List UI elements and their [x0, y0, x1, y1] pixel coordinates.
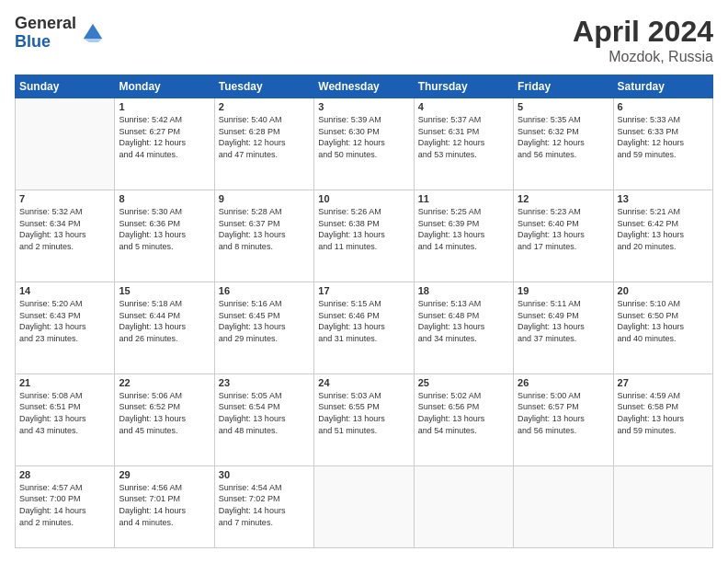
day-number: 21 [19, 377, 110, 388]
calendar-cell: 17Sunrise: 5:15 AM Sunset: 6:46 PM Dayli… [314, 282, 414, 373]
title-block: April 2024 Mozdok, Russia [573, 15, 713, 65]
calendar-cell: 19Sunrise: 5:11 AM Sunset: 6:49 PM Dayli… [514, 282, 613, 373]
calendar-cell: 3Sunrise: 5:39 AM Sunset: 6:30 PM Daylig… [314, 98, 414, 190]
cell-info: Sunrise: 5:15 AM Sunset: 6:46 PM Dayligh… [318, 298, 409, 344]
cell-info: Sunrise: 5:06 AM Sunset: 6:52 PM Dayligh… [119, 390, 210, 436]
calendar-cell: 1Sunrise: 5:42 AM Sunset: 6:27 PM Daylig… [115, 98, 214, 190]
day-number: 2 [219, 101, 310, 112]
day-number: 13 [618, 193, 709, 204]
calendar-cell: 10Sunrise: 5:26 AM Sunset: 6:38 PM Dayli… [314, 190, 414, 282]
cell-info: Sunrise: 5:03 AM Sunset: 6:55 PM Dayligh… [318, 390, 409, 436]
cell-info: Sunrise: 5:18 AM Sunset: 6:44 PM Dayligh… [119, 298, 210, 344]
cell-info: Sunrise: 5:13 AM Sunset: 6:48 PM Dayligh… [418, 298, 509, 344]
cell-info: Sunrise: 5:16 AM Sunset: 6:45 PM Dayligh… [219, 298, 310, 344]
cell-info: Sunrise: 5:35 AM Sunset: 6:32 PM Dayligh… [518, 114, 609, 160]
calendar-cell: 8Sunrise: 5:30 AM Sunset: 6:36 PM Daylig… [115, 190, 214, 282]
day-number: 12 [518, 193, 609, 204]
calendar-cell: 23Sunrise: 5:05 AM Sunset: 6:54 PM Dayli… [214, 373, 313, 465]
calendar-row: 7Sunrise: 5:32 AM Sunset: 6:34 PM Daylig… [16, 190, 713, 282]
day-number: 22 [119, 377, 210, 388]
cell-info: Sunrise: 5:20 AM Sunset: 6:43 PM Dayligh… [19, 298, 110, 344]
calendar-cell: 16Sunrise: 5:16 AM Sunset: 6:45 PM Dayli… [214, 282, 313, 373]
cell-info: Sunrise: 5:23 AM Sunset: 6:40 PM Dayligh… [518, 206, 609, 252]
calendar-body: 1Sunrise: 5:42 AM Sunset: 6:27 PM Daylig… [16, 98, 713, 548]
weekday-header: Friday [514, 75, 613, 98]
calendar-cell: 28Sunrise: 4:57 AM Sunset: 7:00 PM Dayli… [16, 465, 115, 547]
day-number: 20 [618, 285, 709, 296]
day-number: 23 [219, 377, 310, 388]
day-number: 19 [518, 285, 609, 296]
day-number: 14 [19, 285, 110, 296]
day-number: 3 [318, 101, 409, 112]
calendar-header: SundayMondayTuesdayWednesdayThursdayFrid… [16, 75, 713, 98]
cell-info: Sunrise: 5:02 AM Sunset: 6:56 PM Dayligh… [418, 390, 509, 436]
cell-info: Sunrise: 5:40 AM Sunset: 6:28 PM Dayligh… [219, 114, 310, 160]
cell-info: Sunrise: 5:05 AM Sunset: 6:54 PM Dayligh… [219, 390, 310, 436]
logo-blue: Blue [15, 33, 76, 52]
weekday-header: Wednesday [314, 75, 414, 98]
cell-info: Sunrise: 5:21 AM Sunset: 6:42 PM Dayligh… [618, 206, 709, 252]
weekday-header: Tuesday [214, 75, 313, 98]
calendar-row: 21Sunrise: 5:08 AM Sunset: 6:51 PM Dayli… [16, 373, 713, 465]
calendar-cell: 14Sunrise: 5:20 AM Sunset: 6:43 PM Dayli… [16, 282, 115, 373]
day-number: 5 [518, 101, 609, 112]
calendar-cell [514, 465, 613, 547]
cell-info: Sunrise: 5:10 AM Sunset: 6:50 PM Dayligh… [618, 298, 709, 344]
header: General Blue April 2024 Mozdok, Russia [15, 15, 713, 65]
cell-info: Sunrise: 5:11 AM Sunset: 6:49 PM Dayligh… [518, 298, 609, 344]
calendar-cell: 21Sunrise: 5:08 AM Sunset: 6:51 PM Dayli… [16, 373, 115, 465]
calendar-cell: 29Sunrise: 4:56 AM Sunset: 7:01 PM Dayli… [115, 465, 214, 547]
calendar-cell: 5Sunrise: 5:35 AM Sunset: 6:32 PM Daylig… [514, 98, 613, 190]
cell-info: Sunrise: 5:25 AM Sunset: 6:39 PM Dayligh… [418, 206, 509, 252]
day-number: 28 [19, 469, 110, 480]
calendar-cell: 15Sunrise: 5:18 AM Sunset: 6:44 PM Dayli… [115, 282, 214, 373]
day-number: 7 [19, 193, 110, 204]
cell-info: Sunrise: 5:42 AM Sunset: 6:27 PM Dayligh… [119, 114, 210, 160]
cell-info: Sunrise: 5:00 AM Sunset: 6:57 PM Dayligh… [518, 390, 609, 436]
day-number: 1 [119, 101, 210, 112]
calendar-cell: 24Sunrise: 5:03 AM Sunset: 6:55 PM Dayli… [314, 373, 414, 465]
day-number: 8 [119, 193, 210, 204]
day-number: 15 [119, 285, 210, 296]
calendar-cell: 2Sunrise: 5:40 AM Sunset: 6:28 PM Daylig… [214, 98, 313, 190]
weekday-row: SundayMondayTuesdayWednesdayThursdayFrid… [16, 75, 713, 98]
calendar-cell [314, 465, 414, 547]
calendar-cell: 22Sunrise: 5:06 AM Sunset: 6:52 PM Dayli… [115, 373, 214, 465]
cell-info: Sunrise: 4:54 AM Sunset: 7:02 PM Dayligh… [219, 482, 310, 528]
calendar-cell [16, 98, 115, 190]
cell-info: Sunrise: 5:08 AM Sunset: 6:51 PM Dayligh… [19, 390, 110, 436]
cell-info: Sunrise: 5:33 AM Sunset: 6:33 PM Dayligh… [618, 114, 709, 160]
title-month: April 2024 [573, 15, 713, 49]
weekday-header: Monday [115, 75, 214, 98]
calendar-cell: 12Sunrise: 5:23 AM Sunset: 6:40 PM Dayli… [514, 190, 613, 282]
page: General Blue April 2024 Mozdok, Russia S… [0, 0, 728, 563]
calendar-cell: 26Sunrise: 5:00 AM Sunset: 6:57 PM Dayli… [514, 373, 613, 465]
calendar-cell: 6Sunrise: 5:33 AM Sunset: 6:33 PM Daylig… [613, 98, 712, 190]
day-number: 25 [418, 377, 509, 388]
calendar-cell: 27Sunrise: 4:59 AM Sunset: 6:58 PM Dayli… [613, 373, 712, 465]
calendar-row: 1Sunrise: 5:42 AM Sunset: 6:27 PM Daylig… [16, 98, 713, 190]
cell-info: Sunrise: 4:56 AM Sunset: 7:01 PM Dayligh… [119, 482, 210, 528]
calendar-cell: 4Sunrise: 5:37 AM Sunset: 6:31 PM Daylig… [414, 98, 513, 190]
day-number: 30 [219, 469, 310, 480]
logo: General Blue [15, 15, 106, 52]
calendar-cell: 9Sunrise: 5:28 AM Sunset: 6:37 PM Daylig… [214, 190, 313, 282]
day-number: 6 [618, 101, 709, 112]
cell-info: Sunrise: 4:57 AM Sunset: 7:00 PM Dayligh… [19, 482, 110, 528]
logo-icon [80, 20, 106, 46]
calendar-cell: 7Sunrise: 5:32 AM Sunset: 6:34 PM Daylig… [16, 190, 115, 282]
logo-text: General Blue [15, 15, 76, 52]
day-number: 18 [418, 285, 509, 296]
calendar-cell: 30Sunrise: 4:54 AM Sunset: 7:02 PM Dayli… [214, 465, 313, 547]
cell-info: Sunrise: 5:32 AM Sunset: 6:34 PM Dayligh… [19, 206, 110, 252]
cell-info: Sunrise: 5:28 AM Sunset: 6:37 PM Dayligh… [219, 206, 310, 252]
cell-info: Sunrise: 4:59 AM Sunset: 6:58 PM Dayligh… [618, 390, 709, 436]
logo-general: General [15, 15, 76, 33]
day-number: 9 [219, 193, 310, 204]
calendar-row: 14Sunrise: 5:20 AM Sunset: 6:43 PM Dayli… [16, 282, 713, 373]
calendar-row: 28Sunrise: 4:57 AM Sunset: 7:00 PM Dayli… [16, 465, 713, 547]
calendar-cell [414, 465, 513, 547]
cell-info: Sunrise: 5:39 AM Sunset: 6:30 PM Dayligh… [318, 114, 409, 160]
calendar-cell: 20Sunrise: 5:10 AM Sunset: 6:50 PM Dayli… [613, 282, 712, 373]
day-number: 17 [318, 285, 409, 296]
